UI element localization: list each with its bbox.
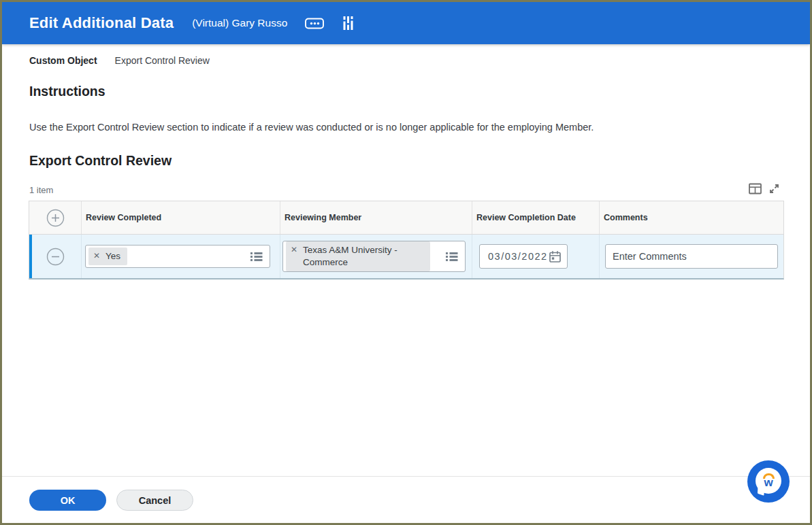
review-completion-date-cell: 03/03/2022 [472,235,600,278]
workday-monogram: w [764,477,773,488]
remove-chip-icon[interactable]: ✕ [291,244,297,256]
add-row-header-cell [29,201,82,234]
add-row-button[interactable] [46,209,65,227]
export-control-review-grid: Review Completed Reviewing Member Review… [29,201,784,280]
remove-chip-icon[interactable]: ✕ [93,250,100,262]
workday-assistant-button[interactable]: w [747,460,790,503]
ok-button[interactable]: OK [29,490,106,511]
expand-grid-icon[interactable] [768,183,780,194]
review-completed-cell: ✕ Yes [82,235,280,278]
top-bar: Edit Additional Data (Virtual) Gary Russ… [2,2,810,44]
footer-divider [2,476,810,477]
grid-item-count: 1 item [29,185,53,195]
review-completed-field[interactable]: ✕ Yes [85,245,270,268]
column-header-comments: Comments [600,201,785,234]
column-header-review-completion-date: Review Completion Date [472,201,600,234]
settings-sliders-icon[interactable] [342,16,355,31]
reviewing-member-cell: ✕ Texas A&M University - Commerce [280,235,472,278]
grid-header-row: Review Completed Reviewing Member Review… [29,201,784,235]
comments-input[interactable] [605,244,778,269]
cancel-button[interactable]: Cancel [116,490,193,511]
prompt-list-icon[interactable] [444,251,459,262]
workday-logo: w [756,468,781,494]
comments-cell [600,235,785,278]
selected-value-chip[interactable]: ✕ Texas A&M University - Commerce [286,241,430,271]
custom-object-value: Export Control Review [115,55,210,66]
date-input[interactable]: 03/03/2022 [479,244,568,269]
chip-label: Texas A&M University - Commerce [303,244,423,269]
column-header-review-completed: Review Completed [82,201,280,234]
subject-name: (Virtual) Gary Russo [192,17,287,29]
date-value: 03/03/2022 [488,251,548,262]
grid-data-row: ✕ Yes ✕ Texas A& [29,235,784,280]
chip-label: Yes [105,250,120,262]
grid-view-icon[interactable] [749,183,762,194]
remove-row-cell [29,235,82,278]
edit-additional-data-window: Edit Additional Data (Virtual) Gary Russ… [0,0,812,525]
instructions-text: Use the Export Control Review section to… [29,122,594,133]
column-header-reviewing-member: Reviewing Member [280,201,472,234]
section-heading: Export Control Review [29,153,172,169]
grid-toolbar [749,183,780,194]
related-actions-icon[interactable] [305,18,324,29]
selected-value-chip[interactable]: ✕ Yes [88,248,127,265]
custom-object-row: Custom Object Export Control Review [29,55,210,66]
prompt-list-icon[interactable] [249,251,263,262]
reviewing-member-field[interactable]: ✕ Texas A&M University - Commerce [282,241,466,272]
remove-row-button[interactable] [46,248,65,266]
page-title: Edit Additional Data [29,14,174,32]
calendar-icon[interactable] [549,250,562,263]
row-selection-indicator [29,235,32,278]
custom-object-label: Custom Object [29,55,97,66]
instructions-heading: Instructions [29,84,105,99]
